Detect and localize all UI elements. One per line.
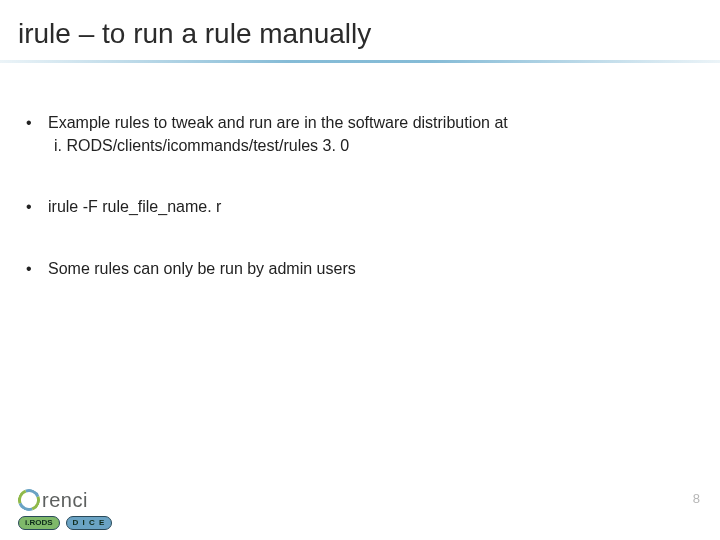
renci-text: renci <box>42 489 88 512</box>
bullet-item: • Example rules to tweak and run are in … <box>24 111 696 157</box>
bullet-text: Example rules to tweak and run are in th… <box>48 111 696 134</box>
bullet-text: irule -F rule_file_name. r <box>48 195 696 218</box>
slide-title: irule – to run a rule manually <box>18 18 702 50</box>
dice-badge: D I C E <box>66 516 113 530</box>
page-number: 8 <box>693 491 700 506</box>
renci-logo: renci <box>18 486 112 514</box>
title-bar: irule – to run a rule manually <box>0 0 720 63</box>
renci-swirl-icon <box>14 485 43 514</box>
badge-row: i.RODS D I C E <box>18 516 112 530</box>
bullet-dot-icon: • <box>24 111 48 134</box>
bullet-text: Some rules can only be run by admin user… <box>48 257 696 280</box>
slide-footer: 8 renci i.RODS D I C E <box>0 476 720 540</box>
irods-badge: i.RODS <box>18 516 60 530</box>
bullet-item: • irule -F rule_file_name. r <box>24 195 696 218</box>
bullet-dot-icon: • <box>24 257 48 280</box>
logo-group: renci i.RODS D I C E <box>18 486 112 530</box>
bullet-item: • Some rules can only be run by admin us… <box>24 257 696 280</box>
bullet-dot-icon: • <box>24 195 48 218</box>
bullet-subtext: i. RODS/clients/icommands/test/rules 3. … <box>54 134 696 157</box>
slide-content: • Example rules to tweak and run are in … <box>0 63 720 280</box>
